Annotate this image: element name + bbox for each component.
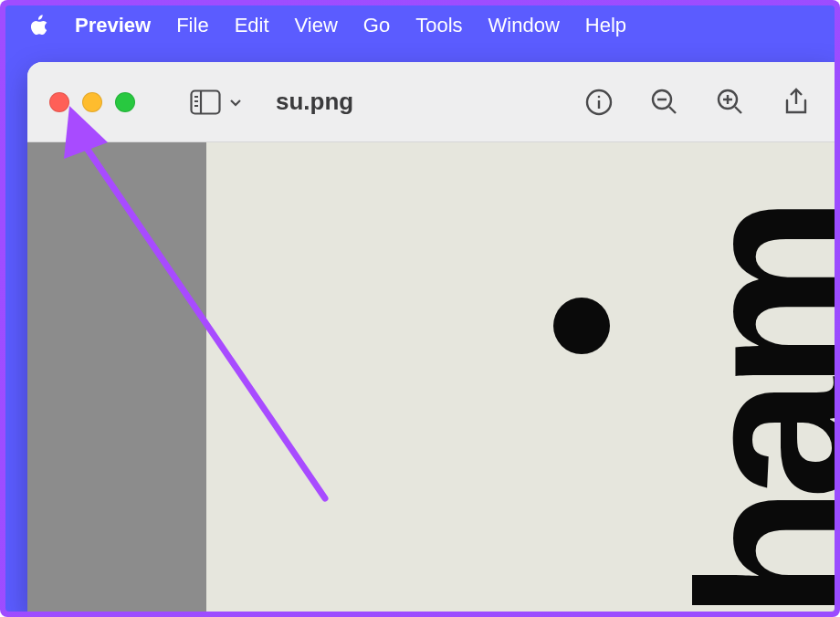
share-button[interactable] (776, 82, 816, 122)
sidebar-toggle-button[interactable] (190, 89, 243, 115)
content-area: ham (27, 142, 835, 612)
preview-window: su.png (27, 62, 835, 612)
window-title: su.png (276, 88, 353, 116)
image-period-dot (553, 298, 610, 354)
menu-go[interactable]: Go (363, 14, 390, 37)
info-button[interactable] (579, 82, 619, 122)
zoom-out-button[interactable] (645, 82, 685, 122)
titlebar: su.png (27, 62, 835, 142)
outer-frame: Preview File Edit View Go Tools Window H… (0, 0, 840, 617)
image-rotated-text: ham (648, 208, 835, 612)
chevron-down-icon (228, 95, 243, 110)
thumbnail-sidebar[interactable] (27, 142, 206, 612)
svg-line-9 (669, 107, 676, 113)
traffic-lights (49, 92, 135, 112)
image-canvas[interactable]: ham (206, 142, 835, 612)
menu-file[interactable]: File (176, 14, 208, 37)
zoom-in-button[interactable] (710, 82, 751, 122)
menu-help[interactable]: Help (585, 14, 626, 37)
desktop-area: Preview File Edit View Go Tools Window H… (5, 5, 835, 612)
svg-line-12 (735, 107, 741, 113)
minimize-button[interactable] (82, 92, 102, 112)
fullscreen-button[interactable] (115, 92, 135, 112)
menu-app-name[interactable]: Preview (75, 14, 151, 37)
menubar: Preview File Edit View Go Tools Window H… (5, 5, 835, 46)
menu-tools[interactable]: Tools (415, 14, 462, 37)
close-button[interactable] (49, 92, 69, 112)
menu-edit[interactable]: Edit (235, 14, 269, 37)
apple-logo-icon[interactable] (27, 13, 49, 38)
svg-point-6 (598, 95, 601, 98)
menu-window[interactable]: Window (488, 14, 560, 37)
menu-view[interactable]: View (295, 14, 338, 37)
toolbar-right (579, 82, 816, 122)
